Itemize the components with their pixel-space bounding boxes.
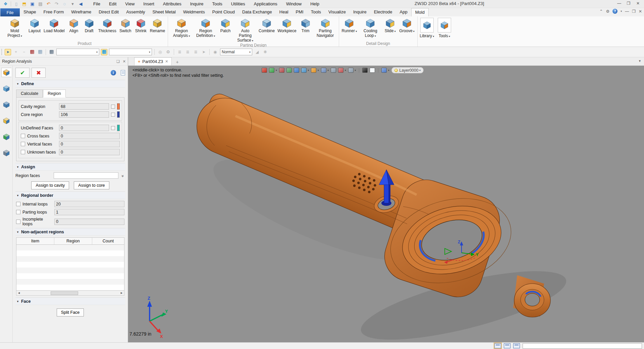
ribbon-tab-electrode[interactable]: Electrode <box>370 8 396 16</box>
pick-list-3-icon[interactable]: ≣ <box>193 49 199 55</box>
command-input[interactable] <box>523 343 642 349</box>
table-row[interactable] <box>16 279 124 285</box>
cancel-button[interactable]: ✖ <box>32 68 46 78</box>
field-undefined-faces[interactable]: 0 <box>59 125 109 131</box>
button-combine[interactable]: Combine <box>257 17 276 34</box>
tab-list-caret-icon[interactable]: ▼ <box>638 59 641 63</box>
mold-manager-icon[interactable] <box>1 68 11 77</box>
menu-window[interactable]: Window <box>282 1 305 7</box>
auto-regen-icon[interactable] <box>101 49 107 55</box>
doc-restore-icon[interactable]: ❐ <box>632 9 636 14</box>
redo-icon[interactable]: ↷ <box>54 1 59 7</box>
checkbox-internal-loops[interactable] <box>16 202 20 206</box>
ribbon-tab-wireframe[interactable]: Wireframe <box>67 8 95 16</box>
button-library[interactable]: Library ▾ <box>418 17 436 47</box>
help-caret-icon[interactable]: ▾ <box>621 10 622 13</box>
print-icon[interactable]: ▤ <box>38 1 43 7</box>
settings-gear-icon[interactable]: ⚙ <box>606 9 609 14</box>
tab-file[interactable]: File <box>0 8 20 16</box>
assembly-manager-icon[interactable] <box>2 100 11 109</box>
define-section-header[interactable]: ▼ Define <box>15 80 125 88</box>
non-adjacent-section-header[interactable]: ▼ Non-adjacent regions <box>15 228 125 236</box>
table-row[interactable] <box>16 285 124 290</box>
table-h-scrollbar[interactable]: ◀ ▶ <box>16 291 124 296</box>
menu-insert[interactable]: Insert <box>140 1 158 7</box>
checkbox-incomplete-loops[interactable] <box>16 220 20 224</box>
ribbon-tab-point-cloud[interactable]: Point Cloud <box>209 8 238 16</box>
ribbon-minimize-icon[interactable]: ▾ <box>70 1 75 7</box>
doc-close-icon[interactable]: ✕ <box>639 9 642 14</box>
selection-filter-icon[interactable]: ◌ <box>62 1 67 7</box>
restore-icon[interactable]: ❐ <box>624 0 633 7</box>
menu-help[interactable]: Help <box>307 1 323 7</box>
menu-edit[interactable]: Edit <box>105 1 120 7</box>
solid-manager-icon[interactable] <box>2 116 11 125</box>
show-ui-toggle-2[interactable] <box>503 343 511 349</box>
field-internal-loops[interactable]: 20 <box>54 201 124 207</box>
button-region-analysis[interactable]: Region Analysis ▾ <box>169 17 194 38</box>
spotlight-icon[interactable]: ❋ <box>262 49 268 55</box>
menu-view[interactable]: View <box>121 1 138 7</box>
region-faces-input[interactable] <box>54 172 118 179</box>
assign-section-header[interactable]: ▼ Assign <box>15 163 125 171</box>
field-vertical-faces[interactable]: 0 <box>59 141 120 147</box>
tab-close-icon[interactable]: ✕ <box>165 59 168 64</box>
filter-icon[interactable] <box>48 49 55 55</box>
remove-pick-icon[interactable]: − <box>21 49 27 55</box>
ribbon-tab-free-form[interactable]: Free Form <box>40 8 68 16</box>
app-logo-icon[interactable]: ❖ <box>3 1 8 7</box>
button-mold-project[interactable]: Mold Project ▾ <box>3 17 27 38</box>
history-manager-icon[interactable] <box>2 84 11 93</box>
display-mode-select[interactable]: Normal▾ <box>220 49 252 55</box>
model-3d[interactable]: Z Y Z Y <box>128 66 644 342</box>
field-core-region[interactable]: 106 <box>59 111 109 118</box>
show-ui-toggle-1[interactable] <box>494 343 502 349</box>
field-incomplete-loops[interactable]: 0 <box>54 219 124 225</box>
field-cross-faces[interactable]: 0 <box>59 133 120 139</box>
close-icon[interactable]: ✕ <box>633 0 643 7</box>
button-trim[interactable]: Trim <box>298 17 313 34</box>
collapse-ribbon-icon[interactable]: ⌃ <box>599 9 603 14</box>
checkbox-cross-faces[interactable] <box>21 134 25 138</box>
lasso-pick-icon[interactable] <box>37 49 43 55</box>
column-header-count[interactable]: Count <box>92 238 124 244</box>
secondary-filter-select[interactable]: ▾ <box>109 49 152 55</box>
scroll-left-icon[interactable]: ◀ <box>16 291 21 295</box>
button-shrink[interactable]: Shrink <box>133 17 149 34</box>
ok-button[interactable]: ✔ <box>15 68 30 78</box>
face-section-header[interactable]: ▼ Face <box>15 297 125 305</box>
button-cooling-loop[interactable]: Cooling Loop ▾ <box>358 17 382 38</box>
swatch-button-cavity-region[interactable] <box>111 105 115 109</box>
ribbon-tab-inquire[interactable]: Inquire <box>350 8 370 16</box>
button-switch[interactable]: Switch <box>118 17 133 34</box>
button-layout[interactable]: Layout <box>27 17 42 34</box>
field-unknown-faces[interactable]: 0 <box>59 149 120 155</box>
menu-inquire[interactable]: Inquire <box>186 1 207 7</box>
button-auto-parting-surface[interactable]: Auto Parting Surface ▾ <box>233 17 257 43</box>
new-tab-icon[interactable]: + <box>176 59 178 65</box>
button-parting-navigator[interactable]: Parting Navigator <box>313 17 337 38</box>
ribbon-tab-weldments[interactable]: Weldments <box>179 8 209 16</box>
ribbon-tab-data-exchange[interactable]: Data Exchange <box>238 8 276 16</box>
pick-last-icon[interactable]: ➤ <box>201 49 207 55</box>
ribbon-tab-tools[interactable]: Tools <box>307 8 325 16</box>
add-pick-icon[interactable]: + <box>13 49 19 55</box>
regional-border-section-header[interactable]: ▼ Regional border <box>15 191 125 199</box>
button-draft[interactable]: Draft <box>82 17 97 34</box>
table-row[interactable] <box>16 268 124 273</box>
button-load-model[interactable]: Load Model <box>42 17 66 34</box>
table-row[interactable] <box>16 262 124 268</box>
minimize-icon[interactable]: — <box>614 0 624 7</box>
back-icon[interactable]: ◀ <box>78 1 84 7</box>
ribbon-tab-heal[interactable]: Heal <box>276 8 292 16</box>
scroll-right-icon[interactable]: ▶ <box>119 291 124 295</box>
button-patch[interactable]: Patch <box>218 17 233 34</box>
column-header-region[interactable]: Region <box>54 238 92 244</box>
button-runner[interactable]: Runner ▾ <box>340 17 359 34</box>
panel-float-icon[interactable]: ❏ <box>116 59 120 64</box>
button-slide[interactable]: Slide ▾ <box>382 17 398 34</box>
pick-tool-icon[interactable]: ➤ <box>5 49 11 55</box>
ribbon-tab-direct-edit[interactable]: Direct Edit <box>95 8 122 16</box>
expand-chevron-icon[interactable]: » <box>120 173 125 178</box>
canvas-3d[interactable]: <middle-click> to continue. <F8> or <Shi… <box>128 66 644 342</box>
